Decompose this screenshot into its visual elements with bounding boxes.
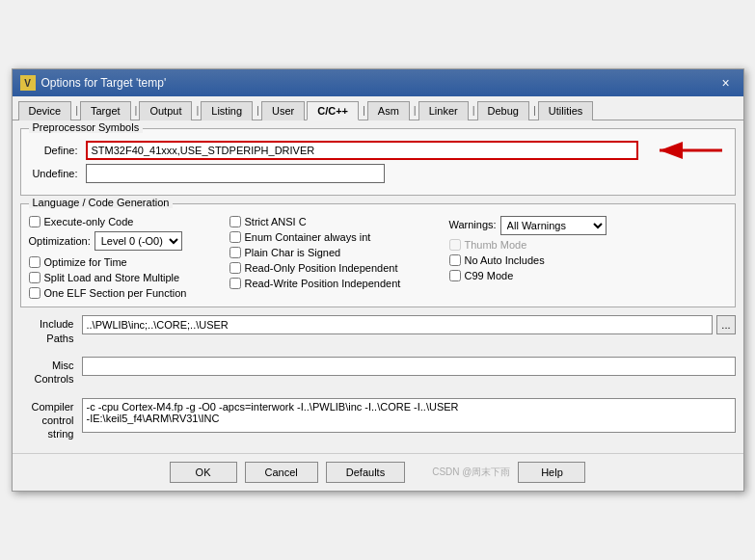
read-only-row: Read-Only Position Independent: [229, 262, 442, 274]
tab-user[interactable]: User: [261, 101, 305, 120]
thumb-mode-row: Thumb Mode: [449, 239, 727, 251]
tab-device[interactable]: Device: [18, 101, 72, 120]
tabs-bar: Device | Target | Output | Listing | Use…: [13, 96, 743, 120]
enum-container-label: Enum Container always int: [245, 231, 371, 243]
split-load-row: Split Load and Store Multiple: [29, 272, 222, 283]
one-elf-checkbox[interactable]: [29, 287, 40, 299]
plain-char-row: Plain Char is Signed: [229, 247, 442, 258]
optimize-time-checkbox[interactable]: [29, 256, 40, 268]
compiler-string-input[interactable]: [82, 398, 736, 433]
tab-listing[interactable]: Listing: [201, 101, 253, 120]
read-write-label: Read-Write Position Independent: [245, 278, 401, 289]
enum-container-row: Enum Container always int: [229, 231, 442, 243]
include-paths-row: IncludePaths ...: [20, 315, 736, 345]
define-label: Define:: [29, 145, 82, 156]
language-title: Language / Code Generation: [29, 197, 174, 208]
read-write-checkbox[interactable]: [229, 278, 241, 289]
one-elf-label: One ELF Section per Function: [44, 287, 187, 299]
split-load-checkbox[interactable]: [29, 272, 40, 283]
optimize-time-row: Optimize for Time: [29, 256, 222, 268]
misc-controls-label: MiscControls: [20, 357, 78, 387]
no-auto-includes-label: No Auto Includes: [465, 254, 545, 266]
help-button[interactable]: Help: [518, 462, 585, 483]
optimization-select[interactable]: Level 0 (-O0): [94, 231, 182, 251]
enum-container-checkbox[interactable]: [229, 231, 241, 243]
define-row: Define:: [29, 141, 727, 160]
execute-only-row: Execute-only Code: [29, 216, 222, 227]
arrow-container: [650, 141, 727, 160]
tab-separator-8: |: [531, 100, 538, 120]
c99-mode-checkbox[interactable]: [449, 270, 461, 281]
c99-mode-label: C99 Mode: [465, 270, 514, 281]
include-browse-button[interactable]: ...: [716, 315, 735, 334]
read-write-row: Read-Write Position Independent: [229, 278, 442, 289]
tab-separator-1: |: [73, 100, 80, 120]
tab-separator-7: |: [471, 100, 477, 120]
lang-col-mid: Strict ANSI C Enum Container always int …: [229, 216, 442, 299]
execute-only-checkbox[interactable]: [29, 216, 40, 227]
thumb-mode-label: Thumb Mode: [465, 239, 527, 251]
undefine-row: Undefine:: [29, 164, 727, 183]
strict-ansi-checkbox[interactable]: [229, 216, 241, 227]
plain-char-checkbox[interactable]: [229, 247, 241, 258]
close-button[interactable]: ×: [716, 73, 736, 93]
warnings-row: Warnings: All Warnings: [449, 216, 727, 235]
app-icon: V: [20, 75, 36, 91]
ok-button[interactable]: OK: [170, 462, 237, 483]
title-bar-left: V Options for Target 'temp': [20, 75, 167, 91]
tab-separator-5: |: [361, 100, 367, 120]
optimization-label: Optimization:: [29, 235, 91, 247]
lang-col-left: Execute-only Code Optimization: Level 0 …: [29, 216, 222, 299]
cancel-button[interactable]: Cancel: [245, 462, 318, 483]
warnings-select[interactable]: All Warnings: [500, 216, 607, 235]
bottom-bar: OK Cancel Defaults CSDN @周末下雨 Help: [13, 453, 743, 491]
tab-output[interactable]: Output: [139, 101, 192, 120]
strict-ansi-label: Strict ANSI C: [245, 216, 307, 227]
compiler-string-label: Compilercontrolstring: [20, 398, 78, 441]
arrow-indicator: [650, 141, 727, 160]
language-group: Language / Code Generation Execute-only …: [20, 203, 736, 307]
c99-mode-row: C99 Mode: [449, 270, 727, 281]
optimize-time-label: Optimize for Time: [44, 256, 127, 268]
read-only-label: Read-Only Position Independent: [245, 262, 398, 274]
plain-char-label: Plain Char is Signed: [245, 247, 341, 258]
options-dialog: V Options for Target 'temp' × Device | T…: [12, 68, 744, 491]
tab-asm[interactable]: Asm: [367, 101, 410, 120]
tab-separator-6: |: [412, 100, 418, 120]
compiler-string-row: Compilercontrolstring: [20, 398, 736, 441]
one-elf-row: One ELF Section per Function: [29, 287, 222, 299]
strict-ansi-row: Strict ANSI C: [229, 216, 442, 227]
tab-linker[interactable]: Linker: [418, 101, 469, 120]
misc-controls-input[interactable]: [82, 357, 736, 376]
read-only-checkbox[interactable]: [229, 262, 241, 274]
tab-cpp[interactable]: C/C++: [307, 101, 359, 120]
warnings-label: Warnings:: [449, 219, 497, 230]
include-paths-label: IncludePaths: [20, 315, 78, 345]
tab-utilities[interactable]: Utilities: [538, 101, 593, 120]
split-load-label: Split Load and Store Multiple: [44, 272, 180, 283]
no-auto-includes-row: No Auto Includes: [449, 254, 727, 266]
lang-col-right: Warnings: All Warnings Thumb Mode No Aut…: [449, 216, 727, 299]
tab-debug[interactable]: Debug: [477, 101, 529, 120]
defaults-button[interactable]: Defaults: [326, 462, 405, 483]
no-auto-includes-checkbox[interactable]: [449, 254, 461, 266]
thumb-mode-checkbox[interactable]: [449, 239, 461, 251]
dialog-content: Preprocessor Symbols Define:: [13, 120, 743, 452]
tab-separator-4: |: [255, 100, 261, 120]
dialog-title: Options for Target 'temp': [41, 76, 167, 90]
warnings-group: Warnings: All Warnings Thumb Mode No Aut…: [449, 216, 727, 281]
execute-only-label: Execute-only Code: [44, 216, 134, 227]
define-input[interactable]: [86, 141, 638, 160]
watermark-text: CSDN @周末下雨: [432, 466, 510, 479]
title-bar: V Options for Target 'temp' ×: [13, 69, 743, 96]
tab-separator-3: |: [194, 100, 201, 120]
include-paths-input[interactable]: [82, 315, 714, 334]
tab-target[interactable]: Target: [80, 101, 131, 120]
misc-controls-row: MiscControls: [20, 357, 736, 387]
preprocessor-title: Preprocessor Symbols: [29, 121, 144, 133]
undefine-label: Undefine:: [29, 168, 82, 179]
tab-separator-2: |: [133, 100, 140, 120]
undefine-input[interactable]: [86, 164, 385, 183]
preprocessor-group: Preprocessor Symbols Define:: [20, 128, 736, 196]
optimization-row: Optimization: Level 0 (-O0): [29, 231, 222, 251]
